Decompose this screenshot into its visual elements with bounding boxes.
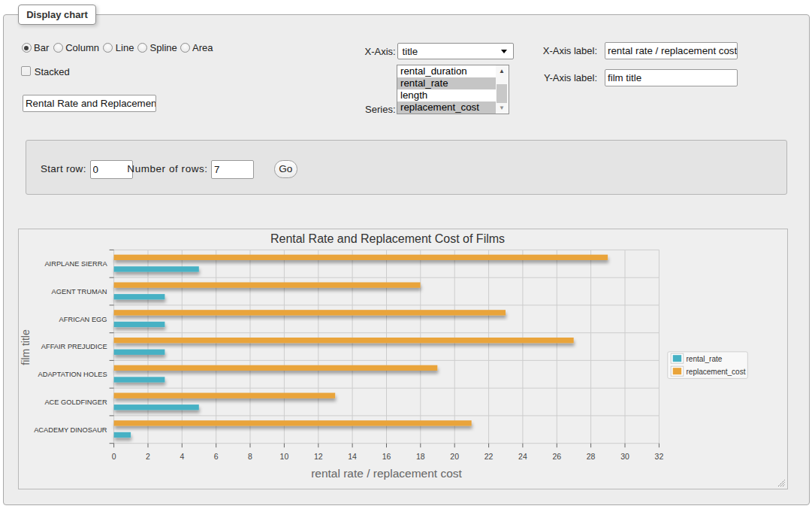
svg-text:8: 8 bbox=[248, 452, 252, 461]
svg-text:4: 4 bbox=[180, 452, 184, 461]
svg-text:26: 26 bbox=[552, 452, 561, 461]
svg-text:28: 28 bbox=[587, 452, 596, 461]
svg-text:18: 18 bbox=[416, 452, 425, 461]
svg-text:ADAPTATION HOLES: ADAPTATION HOLES bbox=[38, 371, 107, 378]
svg-text:14: 14 bbox=[348, 452, 357, 461]
svg-text:12: 12 bbox=[314, 452, 323, 461]
svg-text:32: 32 bbox=[655, 452, 664, 461]
svg-text:16: 16 bbox=[382, 452, 391, 461]
svg-text:film title: film title bbox=[20, 329, 32, 365]
svg-text:6: 6 bbox=[214, 452, 219, 461]
svg-text:replacement_cost: replacement_cost bbox=[687, 368, 746, 376]
svg-text:AIRPLANE SIERRA: AIRPLANE SIERRA bbox=[44, 260, 107, 268]
svg-text:ACADEMY DINOSAUR: ACADEMY DINOSAUR bbox=[34, 426, 107, 434]
svg-text:ACE GOLDFINGER: ACE GOLDFINGER bbox=[44, 398, 107, 406]
svg-text:24: 24 bbox=[518, 452, 527, 461]
svg-text:0: 0 bbox=[112, 452, 116, 461]
svg-text:22: 22 bbox=[484, 452, 494, 461]
svg-text:AGENT TRUMAN: AGENT TRUMAN bbox=[52, 288, 107, 295]
svg-text:rental_rate: rental_rate bbox=[687, 355, 723, 363]
svg-text:2: 2 bbox=[146, 452, 150, 461]
svg-text:10: 10 bbox=[280, 452, 289, 461]
svg-text:AFRICAN EGG: AFRICAN EGG bbox=[59, 316, 107, 323]
svg-text:30: 30 bbox=[620, 452, 629, 461]
svg-text:Rental Rate and Replacement Co: Rental Rate and Replacement Cost of Film… bbox=[270, 232, 505, 245]
svg-text:AFFAIR PREJUDICE: AFFAIR PREJUDICE bbox=[41, 343, 107, 350]
svg-text:rental rate / replacement cost: rental rate / replacement cost bbox=[311, 467, 462, 480]
svg-text:20: 20 bbox=[450, 452, 459, 461]
